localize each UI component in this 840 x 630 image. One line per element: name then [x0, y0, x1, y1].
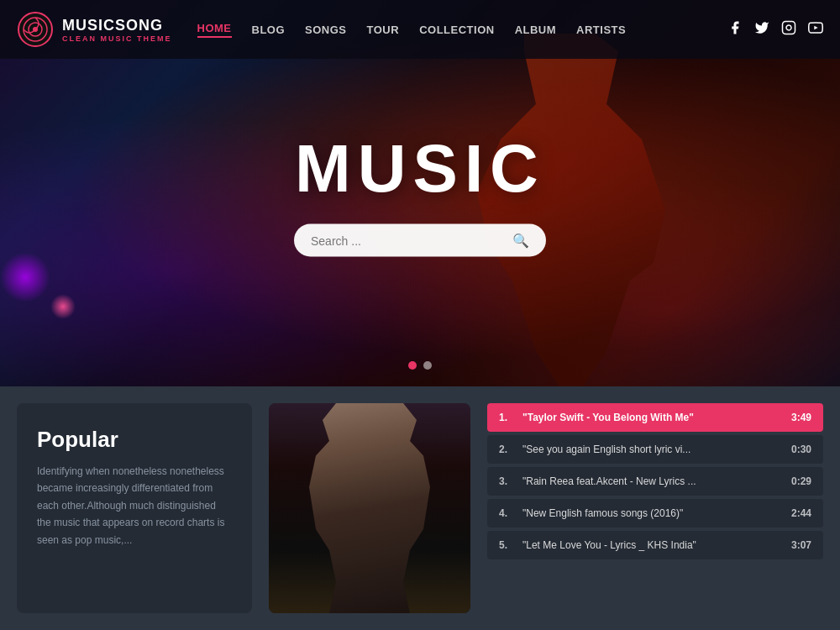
track-name-5: "Let Me Love You - Lyrics _ KHS India": [522, 539, 791, 551]
tracklist-panel: 1. "Taylor Swift - You Belong With Me" 3…: [487, 403, 823, 613]
nav-home[interactable]: HOME: [197, 22, 232, 38]
nav-tour[interactable]: TOUR: [367, 24, 400, 36]
track-duration-5: 3:07: [791, 539, 811, 551]
popular-description: Identifying when nonetheless nonetheless…: [37, 463, 232, 549]
track-number-2: 2.: [499, 444, 514, 455]
nav-album[interactable]: ALBUM: [515, 24, 556, 36]
svg-rect-4: [783, 22, 795, 34]
facebook-icon[interactable]: [727, 20, 743, 39]
track-name-1: "Taylor Swift - You Belong With Me": [522, 412, 791, 423]
track-number-3: 3.: [499, 475, 514, 487]
logo-area: MUSICSONG CLEAN MUSIC THEME: [17, 11, 172, 48]
track-name-3: "Rain Reea feat.Akcent - New Lyrics ...: [522, 475, 791, 487]
svg-marker-6: [814, 26, 817, 30]
nav-blog[interactable]: BLOG: [252, 24, 286, 36]
nav-collection[interactable]: COLLECTION: [419, 24, 495, 36]
nav-songs[interactable]: SONGS: [305, 24, 346, 36]
popular-title: Popular: [37, 427, 232, 453]
track-duration-3: 0:29: [791, 475, 811, 487]
search-input[interactable]: [311, 234, 512, 247]
instagram-icon[interactable]: [781, 20, 796, 39]
track-item-2[interactable]: 2. "See you again English short lyric vi…: [487, 435, 823, 464]
track-duration-4: 2:44: [791, 507, 811, 519]
logo-title: MUSICSONG: [62, 17, 172, 34]
search-bar[interactable]: 🔍: [294, 224, 546, 257]
nav-artists[interactable]: ARTISTS: [576, 24, 626, 36]
artist-figure: [269, 403, 470, 613]
carousel-dot-1[interactable]: [408, 361, 417, 370]
track-number-5: 5.: [499, 539, 514, 551]
twitter-icon[interactable]: [754, 20, 769, 39]
track-number-1: 1.: [499, 412, 514, 423]
track-item-3[interactable]: 3. "Rain Reea feat.Akcent - New Lyrics .…: [487, 467, 823, 496]
track-name-4: "New English famous songs (2016)": [522, 507, 791, 519]
youtube-icon[interactable]: [808, 20, 823, 39]
carousel-dots: [386, 361, 454, 370]
popular-panel: Popular Identifying when nonetheless non…: [17, 403, 252, 613]
track-item-1[interactable]: 1. "Taylor Swift - You Belong With Me" 3…: [487, 403, 823, 432]
site-header: MUSICSONG CLEAN MUSIC THEME HOME BLOG SO…: [0, 0, 840, 59]
logo-text: MUSICSONG CLEAN MUSIC THEME: [62, 17, 172, 43]
track-number-4: 4.: [499, 507, 514, 519]
glow-purple: [0, 252, 50, 302]
bottom-section: Popular Identifying when nonetheless non…: [0, 386, 840, 630]
track-duration-2: 0:30: [791, 444, 811, 455]
social-icons: [727, 20, 823, 39]
glow-pink: [50, 294, 76, 319]
search-icon: 🔍: [512, 234, 529, 248]
track-item-5[interactable]: 5. "Let Me Love You - Lyrics _ KHS India…: [487, 531, 823, 559]
track-duration-1: 3:49: [791, 412, 811, 423]
artist-panel: [269, 403, 470, 613]
carousel-dot-2[interactable]: [423, 361, 432, 370]
search-button[interactable]: 🔍: [512, 233, 529, 249]
track-name-2: "See you again English short lyric vi...: [522, 444, 791, 455]
hero-content: MUSIC 🔍: [294, 130, 546, 257]
main-nav: HOME BLOG SONGS TOUR COLLECTION ALBUM AR…: [197, 22, 728, 38]
logo-icon: [17, 11, 54, 48]
track-item-4[interactable]: 4. "New English famous songs (2016)" 2:4…: [487, 499, 823, 528]
logo-subtitle: CLEAN MUSIC THEME: [62, 34, 172, 43]
hero-title: MUSIC: [294, 130, 546, 207]
artist-body: [302, 403, 437, 613]
